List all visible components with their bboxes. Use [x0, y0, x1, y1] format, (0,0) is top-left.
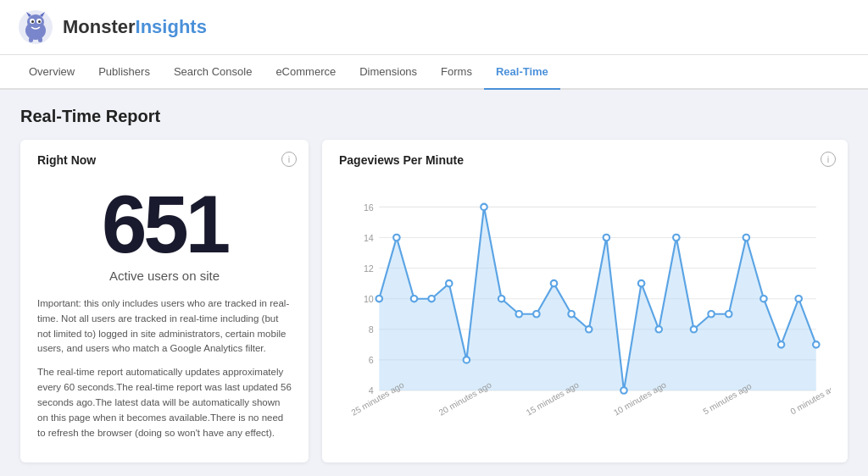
svg-point-43 — [691, 326, 698, 332]
svg-point-45 — [726, 311, 732, 317]
svg-point-34 — [533, 311, 540, 317]
main-nav: Overview Publishers Search Console eComm… — [0, 55, 868, 90]
svg-point-33 — [515, 311, 522, 317]
active-users-count: 651 — [37, 184, 292, 265]
active-users-label: Active users on site — [37, 268, 292, 283]
svg-text:6: 6 — [369, 355, 374, 365]
svg-text:25 minutes ago: 25 minutes ago — [350, 380, 406, 418]
svg-point-31 — [481, 204, 487, 210]
svg-point-38 — [604, 235, 610, 241]
pageviews-info-icon[interactable]: i — [821, 152, 836, 167]
svg-point-26 — [393, 235, 400, 241]
svg-point-41 — [655, 326, 662, 332]
svg-point-35 — [551, 280, 558, 286]
svg-point-48 — [778, 341, 785, 347]
nav-ecommerce[interactable]: eCommerce — [264, 55, 348, 90]
logo-text: MonsterInsights — [63, 16, 207, 38]
right-now-card: Right Now i 651 Active users on site Imp… — [20, 140, 309, 462]
svg-point-8 — [38, 20, 41, 23]
pageviews-card: Pageviews Per Minute i 4681012141625 min… — [322, 140, 848, 462]
svg-point-28 — [428, 296, 435, 302]
svg-point-7 — [31, 20, 34, 23]
svg-point-29 — [446, 280, 453, 286]
svg-point-42 — [673, 235, 680, 241]
svg-point-32 — [498, 296, 505, 302]
svg-point-36 — [568, 311, 575, 317]
logo-insights: Insights — [136, 16, 207, 37]
nav-dimensions[interactable]: Dimensions — [348, 55, 429, 90]
svg-text:8: 8 — [369, 324, 374, 335]
pageviews-chart: 4681012141625 minutes ago20 minutes ago1… — [339, 174, 831, 445]
logo: MonsterInsights — [17, 8, 207, 46]
svg-point-40 — [638, 280, 645, 286]
svg-point-50 — [813, 341, 820, 347]
right-now-note1: Important: this only includes users who … — [37, 296, 292, 357]
svg-point-49 — [795, 296, 802, 302]
svg-point-46 — [743, 235, 750, 241]
right-now-note2: The real-time report automatically updat… — [37, 365, 292, 440]
svg-point-47 — [760, 296, 767, 302]
nav-realtime[interactable]: Real-Time — [484, 55, 560, 90]
monster-logo-icon — [17, 8, 54, 46]
svg-point-27 — [411, 296, 418, 302]
svg-rect-10 — [38, 37, 42, 42]
logo-monster: Monster — [63, 16, 136, 37]
right-now-info-icon[interactable]: i — [281, 152, 297, 167]
svg-point-30 — [464, 357, 470, 363]
cards-row: Right Now i 651 Active users on site Imp… — [20, 140, 848, 462]
svg-rect-9 — [29, 37, 33, 42]
nav-publishers[interactable]: Publishers — [86, 55, 162, 90]
app-header: MonsterInsights — [0, 0, 868, 55]
page-content: Real-Time Report Right Now i 651 Active … — [0, 90, 868, 476]
svg-text:14: 14 — [364, 233, 374, 243]
svg-point-37 — [586, 326, 593, 332]
nav-search-console[interactable]: Search Console — [162, 55, 264, 90]
svg-text:12: 12 — [364, 263, 374, 274]
svg-text:4: 4 — [369, 385, 374, 396]
svg-point-2 — [27, 14, 44, 30]
right-now-title: Right Now — [37, 153, 292, 167]
pageviews-title: Pageviews Per Minute — [339, 153, 831, 167]
page-title: Real-Time Report — [20, 107, 848, 126]
chart-svg: 4681012141625 minutes ago20 minutes ago1… — [339, 174, 831, 445]
svg-point-39 — [620, 387, 627, 393]
svg-point-44 — [708, 311, 715, 317]
svg-text:10: 10 — [364, 294, 374, 304]
nav-overview[interactable]: Overview — [17, 55, 86, 90]
svg-point-25 — [376, 296, 383, 302]
svg-text:16: 16 — [364, 202, 374, 213]
nav-forms[interactable]: Forms — [429, 55, 484, 90]
